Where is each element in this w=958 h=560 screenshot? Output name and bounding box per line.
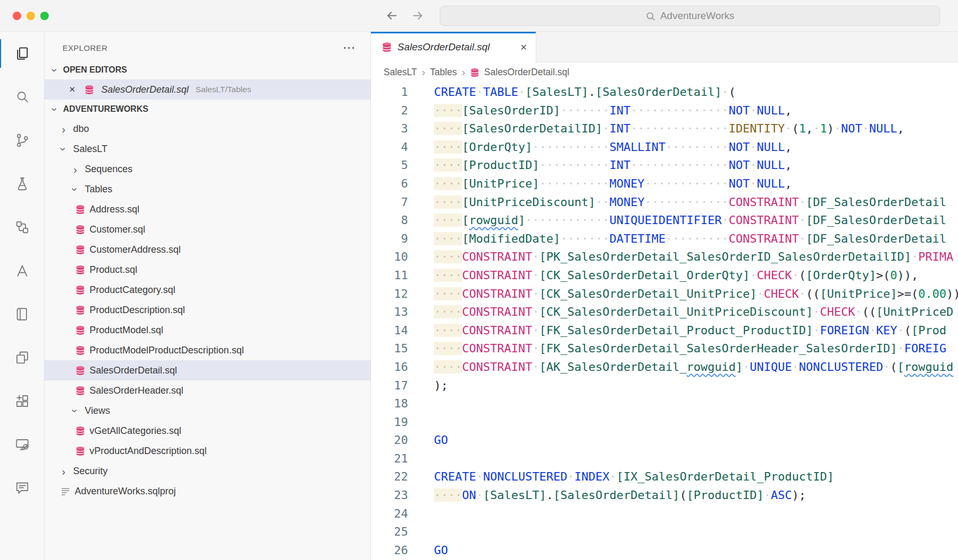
activity-search-button[interactable] — [0, 75, 44, 119]
tree-item-sequences[interactable]: ›Sequences — [45, 159, 370, 179]
activity-testing-button[interactable] — [0, 162, 44, 206]
command-center-search[interactable]: AdventureWorks — [440, 6, 940, 26]
activity-remote-explorer-button[interactable] — [0, 423, 44, 466]
code-line-13[interactable]: 13····CONSTRAINT·[CK_SalesOrderDetail_Un… — [371, 303, 958, 322]
code-line-20[interactable]: 20GO — [371, 431, 958, 450]
code-line-17[interactable]: 17); — [371, 377, 958, 395]
code-line-8[interactable]: 8····[rowguid]············UNIQUEIDENTIFI… — [371, 211, 958, 230]
line-number[interactable]: 12 — [371, 285, 408, 304]
activity-connections-button[interactable] — [0, 206, 44, 249]
line-number[interactable]: 17 — [371, 377, 408, 395]
line-number[interactable]: 1 — [371, 83, 408, 102]
line-number[interactable]: 21 — [371, 450, 408, 468]
back-button[interactable] — [385, 8, 399, 23]
activity-source-control-button[interactable] — [0, 119, 44, 162]
line-number[interactable]: 13 — [371, 303, 408, 322]
open-editors-header[interactable]: › OPEN EDITORS — [45, 60, 370, 79]
code-line-1[interactable]: 1CREATE·TABLE·[SalesLT].[SalesOrderDetai… — [371, 83, 958, 102]
tab-salesorderdetail-sql[interactable]: SalesOrderDetail.sql ✕ — [371, 32, 536, 63]
tree-item-vproductanddescription-sql[interactable]: vProductAndDescription.sql — [45, 441, 370, 461]
code-line-6[interactable]: 6····[UnitPrice]··········MONEY·········… — [371, 175, 958, 193]
line-number[interactable]: 7 — [371, 193, 408, 212]
command-center-label: AdventureWorks — [660, 10, 734, 22]
close-editor-icon[interactable]: ✕ — [69, 85, 77, 94]
code-line-16[interactable]: 16····CONSTRAINT·[AK_SalesOrderDetail_ro… — [371, 358, 958, 377]
code-line-24[interactable]: 24 — [371, 505, 958, 523]
line-number[interactable]: 20 — [371, 431, 408, 450]
line-number[interactable]: 4 — [371, 138, 408, 157]
code-line-5[interactable]: 5····[ProductID]··········INT···········… — [371, 156, 958, 175]
code-line-15[interactable]: 15····CONSTRAINT·[FK_SalesOrderDetail_Sa… — [371, 340, 958, 358]
tree-item-productmodel-sql[interactable]: ProductModel.sql — [45, 320, 370, 340]
tree-item-saleslt[interactable]: ›SalesLT — [45, 139, 370, 159]
line-number[interactable]: 24 — [371, 505, 408, 523]
code-line-3[interactable]: 3····[SalesOrderDetailID]·INT···········… — [371, 120, 958, 138]
forward-button[interactable] — [411, 8, 425, 23]
code-line-22[interactable]: 22CREATE·NONCLUSTERED·INDEX·[IX_SalesOrd… — [371, 468, 958, 486]
code-editor[interactable]: 1CREATE·TABLE·[SalesLT].[SalesOrderDetai… — [371, 82, 958, 559]
code-line-12[interactable]: 12····CONSTRAINT·[CK_SalesOrderDetail_Un… — [371, 285, 958, 304]
code-line-4[interactable]: 4····[OrderQty]···········SMALLINT······… — [371, 138, 958, 157]
line-number[interactable]: 10 — [371, 248, 408, 266]
line-number[interactable]: 22 — [371, 468, 408, 486]
code-line-2[interactable]: 2····[SalesOrderID]·······INT···········… — [371, 102, 958, 120]
line-number[interactable]: 16 — [371, 358, 408, 377]
activity-azure-button[interactable] — [0, 249, 44, 292]
code-line-9[interactable]: 9····[ModifiedDate]·······DATETIME······… — [371, 230, 958, 248]
line-number[interactable]: 15 — [371, 340, 408, 358]
code-line-7[interactable]: 7····[UnitPriceDiscount]··MONEY·········… — [371, 193, 958, 212]
line-number[interactable]: 19 — [371, 413, 408, 432]
code-line-19[interactable]: 19 — [371, 413, 958, 432]
tree-item-security[interactable]: ›Security — [45, 461, 370, 481]
line-number[interactable]: 25 — [371, 523, 408, 541]
line-number[interactable]: 3 — [371, 120, 408, 138]
line-number[interactable]: 2 — [371, 102, 408, 120]
line-number[interactable]: 9 — [371, 230, 408, 248]
code-line-14[interactable]: 14····CONSTRAINT·[FK_SalesOrderDetail_Pr… — [371, 322, 958, 340]
code-line-25[interactable]: 25 — [371, 523, 958, 541]
tree-item-vgetallcategories-sql[interactable]: vGetAllCategories.sql — [45, 421, 370, 441]
line-number[interactable]: 14 — [371, 322, 408, 340]
tree-item-customer-sql[interactable]: Customer.sql — [45, 219, 370, 239]
tree-item-customeraddress-sql[interactable]: CustomerAddress.sql — [45, 239, 370, 260]
workspace-header[interactable]: › ADVENTUREWORKS — [45, 100, 370, 119]
line-number[interactable]: 26 — [371, 541, 408, 560]
more-actions-icon[interactable]: ⋯ — [343, 41, 356, 54]
tree-item-product-sql[interactable]: Product.sql — [45, 260, 370, 280]
code-line-18[interactable]: 18 — [371, 395, 958, 413]
close-window-button[interactable] — [13, 12, 21, 20]
activity-explorer-button[interactable] — [0, 32, 44, 75]
breadcrumb-item-salesorderdetail-sql[interactable]: SalesOrderDetail.sql — [484, 67, 569, 78]
tree-item-adventureworks-sqlproj[interactable]: AdventureWorks.sqlproj — [45, 481, 370, 501]
line-number[interactable]: 8 — [371, 211, 408, 230]
tree-item-salesorderdetail-sql[interactable]: SalesOrderDetail.sql — [45, 360, 370, 380]
code-line-26[interactable]: 26GO — [371, 541, 958, 560]
tree-item-salesorderheader-sql[interactable]: SalesOrderHeader.sql — [45, 380, 370, 401]
tree-item-address-sql[interactable]: Address.sql — [45, 199, 370, 219]
tree-item-dbo[interactable]: ›dbo — [45, 119, 370, 139]
line-number[interactable]: 6 — [371, 175, 408, 193]
line-number[interactable]: 11 — [371, 266, 408, 285]
activity-extensions-button[interactable] — [0, 379, 44, 423]
breadcrumb-item-saleslt[interactable]: SalesLT — [384, 67, 417, 78]
code-line-23[interactable]: 23····ON·[SalesLT].[SalesOrderDetail]([P… — [371, 486, 958, 505]
breadcrumb-item-tables[interactable]: Tables — [430, 67, 457, 78]
code-line-11[interactable]: 11····CONSTRAINT·[CK_SalesOrderDetail_Or… — [371, 266, 958, 285]
zoom-window-button[interactable] — [40, 12, 49, 20]
code-line-21[interactable]: 21 — [371, 450, 958, 468]
tree-item-productmodelproductdescription-sql[interactable]: ProductModelProductDescription.sql — [45, 340, 370, 360]
minimize-window-button[interactable] — [26, 12, 35, 20]
line-number[interactable]: 23 — [371, 486, 408, 505]
tree-item-tables[interactable]: ›Tables — [45, 179, 370, 199]
activity-windows-button[interactable] — [0, 336, 44, 379]
line-number[interactable]: 5 — [371, 156, 408, 175]
tree-item-productdescription-sql[interactable]: ProductDescription.sql — [45, 300, 370, 320]
tree-item-views[interactable]: ›Views — [45, 401, 370, 421]
activity-comments-button[interactable] — [0, 466, 44, 510]
close-tab-icon[interactable]: ✕ — [520, 42, 527, 52]
tree-item-productcategory-sql[interactable]: ProductCategory.sql — [45, 280, 370, 300]
activity-notebooks-button[interactable] — [0, 292, 44, 336]
code-line-10[interactable]: 10····CONSTRAINT·[PK_SalesOrderDetail_Sa… — [371, 248, 958, 266]
open-editor-item[interactable]: ✕ SalesOrderDetail.sql SalesLT/Tables — [45, 79, 370, 100]
line-number[interactable]: 18 — [371, 395, 408, 413]
